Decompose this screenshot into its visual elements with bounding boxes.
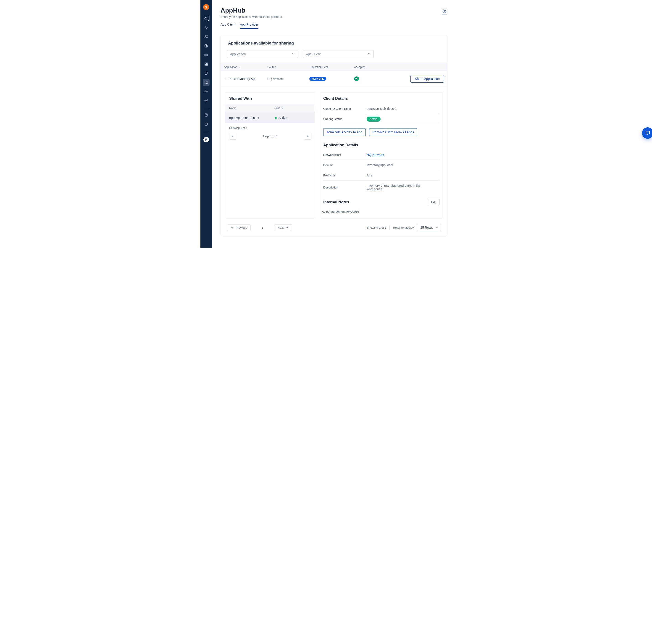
svg-point-13 (206, 100, 207, 101)
sharing-status-label: Sharing status (323, 117, 366, 121)
svg-point-2 (207, 35, 208, 36)
filter-application-select[interactable]: Application (227, 50, 298, 58)
svg-point-15 (205, 123, 208, 125)
svg-rect-8 (205, 64, 206, 66)
cloud-id-value: openvpn-tech-docs-1 (366, 107, 397, 110)
arrow-left-icon (230, 226, 234, 229)
shared-with-title: Shared With (225, 92, 315, 104)
description-label: Description (323, 186, 366, 189)
svg-rect-11 (205, 83, 206, 84)
shared-client-status: Active (275, 116, 287, 119)
nav-globe-icon[interactable] (203, 43, 210, 49)
nav-cloud[interactable] (203, 15, 210, 22)
chevron-down-icon (224, 77, 227, 80)
remove-client-button[interactable]: Remove Client From All Apps (369, 128, 417, 136)
page-index: 1 (262, 226, 263, 229)
sharing-card: Applications available for sharing Appli… (220, 35, 447, 236)
shared-with-pane: Shared With Name Status openvpn-tech-doc… (225, 92, 315, 218)
svg-rect-12 (207, 83, 208, 84)
network-label: Network/Host (323, 153, 366, 157)
share-application-button[interactable]: Share Application (410, 75, 444, 83)
svg-rect-10 (205, 81, 206, 82)
client-details-pane: Client Details Cloud ID/Client Email ope… (320, 92, 443, 218)
shared-client-name: openvpn-tech-docs-1 (229, 116, 275, 119)
svg-point-0 (206, 6, 207, 7)
row-source-badge: NETWORK (311, 77, 354, 81)
status-dot-icon (275, 117, 277, 119)
cloud-id-label: Cloud ID/Client Email (323, 107, 366, 110)
protocols-value: Any (366, 173, 372, 177)
table-header: Application ↑ Source Invitation Sent Acc… (221, 63, 447, 71)
th-application[interactable]: Application ↑ (224, 65, 267, 69)
shared-th-status: Status (275, 107, 282, 110)
client-details-title: Client Details (320, 92, 443, 104)
footer-showing: Showing 1 of 1 (366, 226, 386, 229)
nav-grid-icon[interactable] (203, 61, 210, 67)
internal-notes-title: Internal Notes (323, 200, 349, 204)
table-row: Parts Inventory App HQ Network NETWORK O… (221, 71, 447, 86)
available-title: Applications available for sharing (228, 41, 443, 46)
shared-prev-button[interactable] (229, 133, 236, 140)
svg-point-5 (205, 55, 206, 55)
arrow-right-icon (286, 226, 289, 229)
nav-users-icon[interactable] (203, 33, 210, 40)
filter-application-placeholder: Application (230, 52, 246, 56)
page-subtitle: Share your applications with business pa… (220, 15, 282, 19)
terminate-access-button[interactable]: Terminate Access To App (323, 128, 366, 136)
page-title: AppHub (220, 7, 282, 14)
row-expand[interactable]: Parts Inventory App (224, 77, 267, 81)
nav-chat-icon[interactable] (203, 121, 210, 128)
nav-apphub-icon[interactable] (203, 79, 210, 86)
main-content: AppHub Share your applications with busi… (212, 0, 452, 248)
network-link[interactable]: HQ Network (366, 153, 384, 157)
sharing-status-badge: Active (366, 117, 381, 122)
description-value: Inventory of manufactured parts in the w… (366, 184, 426, 191)
filter-appclient-placeholder: App Client (306, 52, 321, 56)
th-source[interactable]: Source (267, 65, 311, 69)
tab-app-provider[interactable]: App Provider (240, 23, 259, 29)
nav-server-icon[interactable] (203, 52, 210, 58)
svg-rect-6 (205, 63, 206, 64)
tabs: App Client App Provider (220, 23, 282, 29)
th-accepted[interactable]: Accepted (354, 65, 444, 69)
svg-rect-9 (207, 64, 208, 66)
chevron-down-icon (292, 52, 295, 56)
chat-fab-button[interactable] (642, 127, 652, 139)
chevron-down-icon (368, 52, 371, 56)
rows-label: Rows to display (393, 226, 414, 229)
svg-rect-14 (205, 114, 208, 116)
logo-icon (203, 4, 209, 10)
next-page-button[interactable]: Next (274, 224, 292, 231)
shared-page-label: Page 1 of 1 (263, 135, 278, 138)
tab-app-client[interactable]: App Client (220, 23, 235, 29)
row-accepted: OP (354, 77, 410, 81)
protocols-label: Protocols (323, 174, 366, 177)
help-button[interactable] (441, 8, 447, 15)
filter-appclient-select[interactable]: App Client (303, 50, 374, 58)
shared-next-button[interactable] (304, 133, 311, 140)
sidebar: API R (200, 0, 212, 248)
svg-point-1 (205, 36, 207, 37)
edit-notes-button[interactable]: Edit (428, 199, 440, 205)
svg-rect-7 (207, 63, 208, 64)
shared-table-header: Name Status (225, 104, 315, 112)
row-source: HQ Network (267, 77, 311, 81)
application-details-title: Application Details (320, 142, 443, 150)
nav-api[interactable]: API (203, 88, 210, 95)
shared-showing: Showing 1 of 1 (225, 123, 315, 133)
previous-page-button[interactable]: Previous (227, 224, 251, 231)
nav-settings-icon[interactable] (203, 97, 210, 104)
chevron-down-icon (435, 226, 438, 230)
domain-label: Domain (323, 163, 366, 167)
table-footer: Previous 1 Next Showing 1 of 1 Rows to d… (225, 218, 443, 231)
avatar[interactable]: R (203, 137, 209, 142)
shared-th-name: Name (229, 107, 275, 110)
th-invitation[interactable]: Invitation Sent (311, 65, 354, 69)
rows-select[interactable]: 25 Rows (417, 224, 441, 231)
sort-asc-icon: ↑ (239, 66, 240, 68)
nav-docs-icon[interactable] (203, 112, 210, 118)
nav-activity-icon[interactable] (203, 24, 210, 31)
shared-row[interactable]: openvpn-tech-docs-1 Active (225, 112, 315, 123)
nav-shield-icon[interactable] (203, 70, 210, 77)
internal-notes-body: As per agreement #W00056 (320, 207, 443, 218)
